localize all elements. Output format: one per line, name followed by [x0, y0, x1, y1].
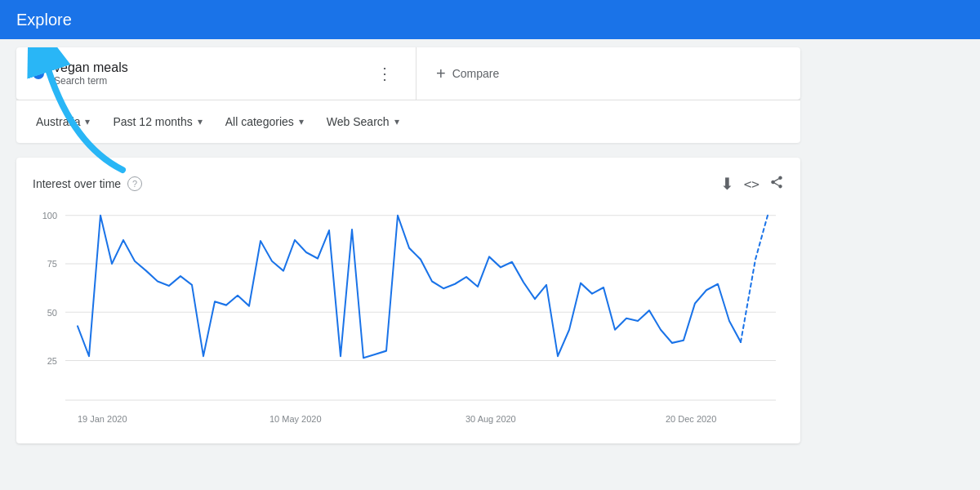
spacer [16, 143, 964, 151]
filters-bar: Australia ▾ Past 12 months ▾ All categor… [16, 100, 800, 143]
chevron-down-icon: ▾ [198, 116, 203, 127]
filter-time-label: Past 12 months [113, 115, 192, 128]
app-title: Explore [16, 11, 72, 29]
svg-text:75: 75 [47, 259, 57, 269]
filter-time[interactable]: Past 12 months ▾ [103, 109, 212, 135]
filter-category-label: All categories [225, 115, 294, 128]
main-content: vegan meals Search term ⋮ + Compare Aust… [0, 39, 980, 452]
download-icon[interactable]: ⬇ [720, 174, 734, 194]
help-icon[interactable]: ? [127, 176, 142, 191]
search-term-text: vegan meals Search term [54, 60, 370, 87]
filter-search-type-label: Web Search [327, 115, 390, 128]
chart-card: Interest over time ? ⬇ <> [16, 158, 800, 443]
chart-dotted-line [741, 216, 768, 342]
compare-button[interactable]: + Compare [436, 65, 499, 83]
chevron-down-icon: ▾ [394, 116, 399, 127]
search-term-type: Search term [54, 75, 370, 87]
interest-chart: 100 75 50 25 19 Jan 2020 10 May 2020 30 … [33, 207, 784, 435]
svg-text:50: 50 [47, 307, 57, 317]
svg-text:19 Jan 2020: 19 Jan 2020 [78, 413, 127, 423]
svg-text:10 May 2020: 10 May 2020 [270, 413, 322, 423]
search-term-dot [33, 68, 44, 79]
compare-label: Compare [452, 67, 500, 80]
search-term-name: vegan meals [54, 60, 370, 75]
svg-text:25: 25 [47, 355, 57, 365]
search-term-card: vegan meals Search term ⋮ + Compare [16, 47, 800, 100]
chart-svg: 100 75 50 25 19 Jan 2020 10 May 2020 30 … [33, 207, 784, 435]
compare-section: + Compare [416, 47, 800, 100]
embed-icon[interactable]: <> [744, 176, 760, 192]
filter-country[interactable]: Australia ▾ [26, 109, 100, 135]
chart-title: Interest over time [33, 177, 121, 190]
filter-search-type[interactable]: Web Search ▾ [317, 109, 409, 135]
svg-text:20 Dec 2020: 20 Dec 2020 [666, 413, 716, 423]
app-header: Explore [0, 0, 980, 39]
chevron-down-icon: ▾ [85, 116, 90, 127]
chart-header: Interest over time ? ⬇ <> [33, 174, 784, 194]
more-options-button[interactable]: ⋮ [370, 64, 399, 83]
share-icon[interactable] [769, 175, 784, 194]
search-term-section: vegan meals Search term ⋮ [16, 47, 416, 100]
filter-category[interactable]: All categories ▾ [216, 109, 314, 135]
chevron-down-icon: ▾ [299, 116, 304, 127]
chart-title-area: Interest over time ? [33, 176, 142, 191]
chart-actions: ⬇ <> [720, 174, 784, 194]
filter-country-label: Australia [36, 115, 80, 128]
compare-plus-icon: + [436, 65, 446, 83]
svg-text:100: 100 [42, 211, 57, 220]
svg-text:30 Aug 2020: 30 Aug 2020 [466, 413, 516, 423]
chart-line [78, 216, 741, 358]
help-icon-label: ? [132, 179, 137, 189]
